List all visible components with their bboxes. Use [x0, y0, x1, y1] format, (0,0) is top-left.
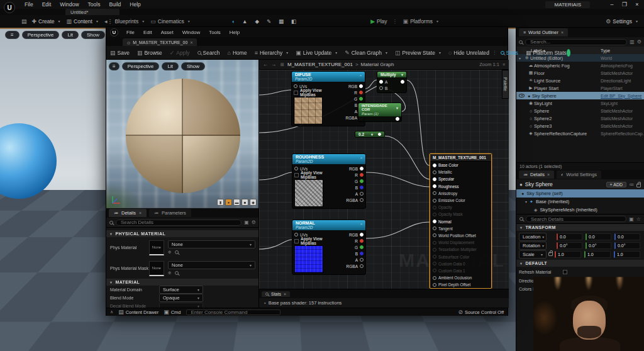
viewport-lit-button[interactable]: Lit — [62, 31, 78, 39]
mat-menu-edit[interactable]: Edit — [139, 30, 157, 35]
graph-canvas[interactable]: MATERIAL DIFUSEParam2D⌃ UVs Apply View M… — [259, 70, 509, 289]
material-domain-dropdown[interactable]: Surface▾ — [159, 286, 203, 294]
mat-menu-help[interactable]: Help — [225, 30, 244, 35]
mat-browse-button[interactable]: ▥Browse — [137, 50, 162, 56]
material-section[interactable]: ▾MATERIAL — [106, 279, 259, 286]
menu-edit[interactable]: Edit — [38, 1, 56, 8]
mat-details-settings-icon[interactable]: ⚙ — [252, 220, 256, 225]
select-mode-icon[interactable]: ◖ — [231, 18, 235, 25]
audio-mode-icon[interactable]: ◧ — [291, 18, 296, 25]
nav-back-icon[interactable]: ← — [263, 62, 268, 67]
modeling-mode-icon[interactable]: ▦ — [279, 18, 284, 25]
collapse-icon[interactable]: ⌃ — [359, 74, 362, 79]
output-pin-row[interactable]: Anisotropy — [430, 190, 491, 197]
mat-platform-stats-button[interactable]: ▦Platform Stats — [526, 50, 567, 56]
phys-material-thumbnail[interactable]: None — [149, 240, 164, 255]
outliner-row[interactable]: ▦FloorStaticMeshActor — [516, 69, 644, 77]
browse-icon[interactable] — [175, 250, 179, 254]
mat-parameters-tab[interactable]: ≔Parameters — [149, 209, 191, 217]
outliner-row[interactable]: ○Sphere3StaticMeshActor — [516, 122, 644, 130]
diffuse-texture-thumbnail[interactable] — [294, 97, 323, 125]
outliner-folder-icon[interactable]: ▥ — [630, 39, 635, 45]
mat-search-button[interactable]: Search — [197, 50, 220, 56]
outliner-row[interactable]: ○Sphere2StaticMeshActor — [516, 114, 644, 122]
g-pin[interactable] — [359, 97, 363, 101]
menu-tools[interactable]: Tools — [84, 1, 105, 8]
mat-menu-file[interactable]: File — [122, 30, 139, 35]
rotation-y-field[interactable]: 0.0° — [586, 242, 611, 249]
outliner-search-input[interactable] — [525, 39, 627, 45]
preview-menu-icon[interactable]: ≡ — [109, 62, 119, 70]
intensidade-cor-node[interactable]: INTENSIDADE COR▾ Param (1) — [358, 103, 402, 122]
mat-hierarchy-button[interactable]: ≡Hierarchy▾ — [255, 50, 289, 56]
close-button[interactable]: × — [634, 1, 640, 8]
outliner-row-sky-sphere[interactable]: ●Sky SphereEdit BP_Sky_Sphere — [516, 92, 644, 99]
minimize-button[interactable]: – — [609, 1, 615, 8]
location-dropdown[interactable]: Location▾ — [519, 233, 547, 241]
cylinder-shape-button[interactable]: ▮ — [217, 199, 224, 206]
uvs-pin[interactable] — [294, 84, 297, 88]
use-selected-icon[interactable]: ⊕ — [168, 270, 172, 276]
scalar-param-node[interactable]: 0.2▾ — [355, 131, 385, 138]
palette-side-tab[interactable]: Palette — [502, 70, 509, 99]
output-pin-row[interactable]: Emissive Color — [430, 197, 491, 204]
world-outliner-tab[interactable]: ≡World Outliner× — [519, 28, 568, 36]
world-settings-tab[interactable]: ◐World Settings — [557, 170, 601, 179]
output-pin-row[interactable]: Tessellation Multiplier — [430, 246, 491, 253]
foliage-mode-icon[interactable]: ◆ — [255, 18, 259, 25]
r-pin[interactable] — [359, 91, 363, 94]
plane-shape-button[interactable]: ▬ — [233, 199, 240, 206]
create-button[interactable]: ✚Create▾ — [32, 18, 60, 25]
output-pin-row[interactable]: Specular — [430, 176, 491, 182]
cinematics-button[interactable]: ▭Cinematics▾ — [150, 18, 190, 25]
rgb-pin[interactable] — [360, 167, 364, 170]
preview-lit-button[interactable]: Lit — [162, 62, 178, 70]
refresh-material-checkbox[interactable] — [563, 270, 567, 274]
visibility-eye-icon[interactable] — [519, 94, 525, 98]
source-control-status[interactable]: ⊘Source Control Off — [458, 309, 504, 315]
browse-icon[interactable] — [175, 271, 179, 275]
location-z-field[interactable]: 0.0 — [614, 233, 640, 240]
content-button[interactable]: ▥Content▾ — [67, 18, 98, 25]
mat-menu-window[interactable]: Window — [178, 30, 204, 35]
mat-menu-asset[interactable]: Asset — [157, 30, 178, 35]
output-pin-row[interactable]: Base Color — [430, 162, 491, 169]
cube-shape-button[interactable]: ■ — [242, 199, 248, 206]
output-pin-row[interactable]: Custom Data 0 — [430, 260, 491, 267]
uvs-pin[interactable] — [294, 233, 298, 237]
g-pin[interactable] — [360, 179, 364, 183]
details-tab[interactable]: ≔Details× — [519, 170, 554, 179]
difuse-texture-node[interactable]: DIFUSEParam2D⌃ UVs Apply View MipBias RG… — [291, 71, 365, 126]
outliner-row[interactable]: ◉SkyLightSkyLight — [516, 99, 644, 107]
level-tab[interactable]: Untitled* — [65, 9, 119, 15]
outliner-row[interactable]: ◈SphereReflectionCaptureSphereReflection… — [516, 130, 644, 137]
output-pin-row[interactable]: Tangent — [430, 225, 491, 232]
breadcrumb-page[interactable]: Material Graph — [361, 62, 394, 67]
rgba-pin[interactable] — [360, 198, 364, 202]
rgb-pin[interactable] — [359, 84, 363, 88]
content-drawer-button[interactable]: ▤Content Drawer — [118, 309, 158, 315]
mat-clean-graph-button[interactable]: ✎Clean Graph▾ — [345, 50, 387, 56]
r-pin[interactable] — [360, 239, 364, 243]
mat-details-search-input[interactable] — [116, 220, 242, 226]
output-pin-row[interactable]: Opacity — [430, 204, 491, 211]
play-button[interactable]: ▶Play — [370, 18, 387, 25]
bookmark-icon[interactable]: ≡ — [502, 62, 505, 67]
output-pin-row[interactable]: Ambient Occlusion — [430, 274, 491, 281]
location-y-field[interactable]: 0.0 — [586, 233, 611, 240]
uvs-pin[interactable] — [294, 167, 298, 170]
output-pin-row[interactable]: Normal — [430, 218, 491, 225]
add-component-button[interactable]: + ADD — [606, 182, 626, 187]
mipbias-checkbox[interactable] — [294, 173, 299, 177]
mat-menu-tools[interactable]: Tools — [204, 30, 225, 35]
collapse-icon[interactable]: ⌃ — [360, 223, 363, 227]
scale-z-field[interactable]: 1.0 — [614, 251, 640, 258]
output-pin-row[interactable]: World Position Offset — [430, 232, 491, 239]
mat-save-button[interactable]: ▤Save — [110, 50, 130, 56]
preview-viewport[interactable]: ≡ Perspective Lit Show ▮ ● ▬ ■ ◆ — [106, 60, 259, 208]
phys-material-dropdown[interactable]: None▾ — [168, 240, 255, 248]
roughness-texture-node[interactable]: ROUGHNESSParam2D⌃ UVs Apply View MipBias… — [292, 153, 366, 209]
use-selected-icon[interactable]: ⊕ — [168, 250, 172, 255]
graph-grid-icon[interactable]: ⊞ — [280, 62, 284, 67]
scale-dropdown[interactable]: Scale▾ — [519, 250, 547, 259]
